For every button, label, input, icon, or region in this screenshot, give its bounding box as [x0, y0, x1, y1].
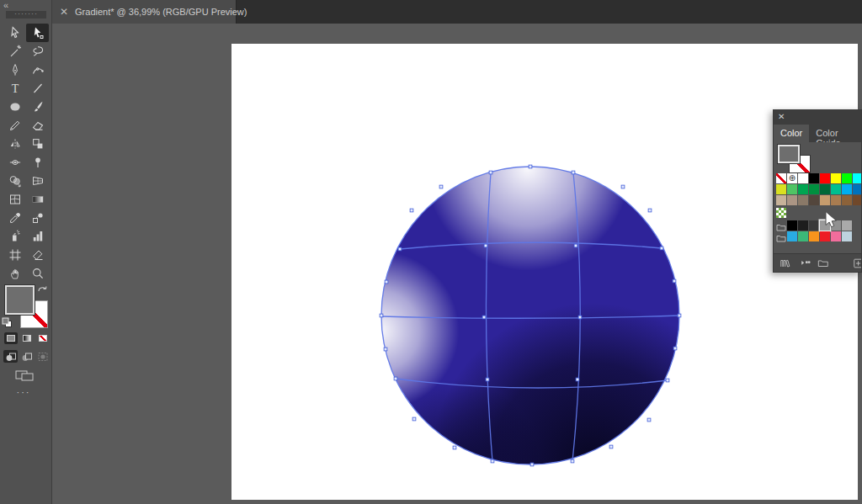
canvas-pasteboard	[52, 24, 862, 504]
type-tool[interactable]: T	[3, 79, 26, 98]
color-group-folder-icon[interactable]	[776, 220, 786, 231]
swatch[interactable]	[820, 231, 830, 241]
draw-behind-icon[interactable]	[19, 350, 34, 363]
swatch-libraries-icon[interactable]	[780, 257, 791, 269]
line-segment-tool[interactable]	[26, 79, 49, 98]
swatch[interactable]	[809, 184, 819, 194]
swatch[interactable]	[820, 195, 830, 205]
curvature-tool[interactable]	[26, 61, 49, 79]
swatch[interactable]	[831, 195, 841, 205]
swatch[interactable]	[787, 195, 797, 205]
swatch[interactable]	[787, 220, 797, 231]
swatch[interactable]	[853, 195, 862, 205]
panel-close-icon[interactable]: ✕	[778, 112, 785, 121]
lasso-tool[interactable]	[26, 42, 49, 61]
change-screen-mode-icon[interactable]	[13, 369, 37, 382]
swatch-pattern[interactable]	[776, 208, 786, 218]
tab-color[interactable]: Color	[774, 125, 809, 142]
swatch[interactable]	[798, 173, 808, 183]
ellipse-tool[interactable]	[3, 98, 26, 116]
swatch[interactable]	[798, 231, 808, 241]
paintbrush-tool[interactable]	[26, 98, 49, 116]
swatch[interactable]	[820, 173, 830, 183]
zoom-tool[interactable]	[26, 264, 49, 283]
swatch[interactable]	[809, 231, 819, 241]
symbol-sprayer-tool-icon	[8, 230, 22, 243]
swatch[interactable]	[842, 220, 852, 231]
hand-tool[interactable]	[3, 264, 26, 283]
tools-panel: « ······· T ···	[0, 0, 52, 504]
tab-color-guide[interactable]: Color Guide	[809, 125, 861, 142]
new-swatch-icon[interactable]	[853, 257, 862, 269]
swatch[interactable]	[776, 195, 786, 205]
mesh-tool[interactable]	[3, 190, 26, 209]
none-button[interactable]	[36, 332, 50, 344]
eyedropper-tool[interactable]	[3, 209, 26, 227]
color-panel: ✕ Color Color Guide ⊕	[773, 109, 862, 273]
default-fill-stroke-icon[interactable]	[2, 316, 13, 327]
type-tool-icon: T	[8, 82, 22, 95]
swatch[interactable]	[842, 231, 852, 241]
color-group-folder-icon[interactable]	[776, 231, 786, 241]
width-tool-icon	[8, 156, 22, 169]
swatch-none[interactable]	[776, 173, 786, 183]
fill-swatch[interactable]	[5, 285, 35, 315]
swatch[interactable]	[798, 220, 808, 231]
swatch[interactable]	[809, 173, 819, 183]
symbol-sprayer-tool[interactable]	[3, 227, 26, 246]
gradient-tool[interactable]	[26, 190, 49, 209]
toolbar-drag-grip[interactable]: ·······	[6, 11, 46, 19]
swatch[interactable]	[809, 220, 819, 231]
slice-tool[interactable]	[26, 246, 49, 264]
swatch[interactable]	[842, 195, 852, 205]
swatch[interactable]	[798, 184, 808, 194]
panel-header[interactable]: ✕	[774, 110, 861, 125]
swatch[interactable]	[831, 220, 841, 231]
swatch[interactable]	[809, 195, 819, 205]
scale-tool[interactable]	[26, 135, 49, 153]
shaper-tool[interactable]	[3, 116, 26, 135]
document-tab[interactable]: ✕ Gradient* @ 36,99% (RGB/GPU Preview)	[52, 0, 237, 24]
swatch[interactable]	[842, 184, 852, 194]
selection-tool[interactable]	[3, 24, 26, 42]
puppet-warp-tool[interactable]	[26, 153, 49, 172]
swatch[interactable]	[820, 184, 830, 194]
artboard[interactable]	[231, 44, 858, 500]
swatch[interactable]	[787, 231, 797, 241]
swatch[interactable]	[853, 184, 862, 194]
swatch[interactable]	[842, 173, 852, 183]
swatch-registration[interactable]: ⊕	[787, 173, 797, 183]
eraser-tool[interactable]	[26, 116, 49, 135]
blend-tool[interactable]	[26, 209, 49, 227]
swatch[interactable]	[820, 220, 830, 231]
pen-tool[interactable]	[3, 61, 26, 79]
edit-toolbar-ellipsis[interactable]: ···	[0, 387, 47, 397]
swatch[interactable]	[787, 184, 797, 194]
swatch[interactable]	[831, 184, 841, 194]
artboard-tool[interactable]	[3, 246, 26, 264]
swatch[interactable]	[853, 173, 862, 183]
swatch[interactable]	[831, 173, 841, 183]
color-button[interactable]	[4, 332, 18, 344]
draw-inside-icon[interactable]	[35, 350, 50, 363]
column-graph-tool[interactable]	[26, 227, 49, 246]
magic-wand-tool[interactable]	[3, 42, 26, 61]
tab-close-icon[interactable]: ✕	[60, 7, 68, 17]
blend-tool-icon	[31, 211, 45, 225]
swatch-kinds-icon[interactable]	[800, 257, 811, 269]
panel-fill-swatch[interactable]	[778, 145, 800, 163]
swap-fill-stroke-icon[interactable]	[37, 283, 48, 294]
draw-normal-icon[interactable]	[3, 350, 18, 363]
width-tool[interactable]	[3, 153, 26, 172]
direct-selection-tool[interactable]	[26, 24, 49, 42]
perspective-grid-tool[interactable]	[26, 172, 49, 190]
swatch[interactable]	[798, 195, 808, 205]
swatch[interactable]	[776, 184, 786, 194]
new-color-group-icon[interactable]	[817, 257, 829, 269]
swatch[interactable]	[831, 231, 841, 241]
collapse-dock-icon[interactable]: «	[3, 0, 8, 11]
reflect-tool[interactable]	[3, 135, 26, 153]
gradient-button[interactable]	[20, 332, 34, 344]
reflect-tool-icon	[8, 137, 22, 151]
shape-builder-tool[interactable]	[3, 172, 26, 190]
